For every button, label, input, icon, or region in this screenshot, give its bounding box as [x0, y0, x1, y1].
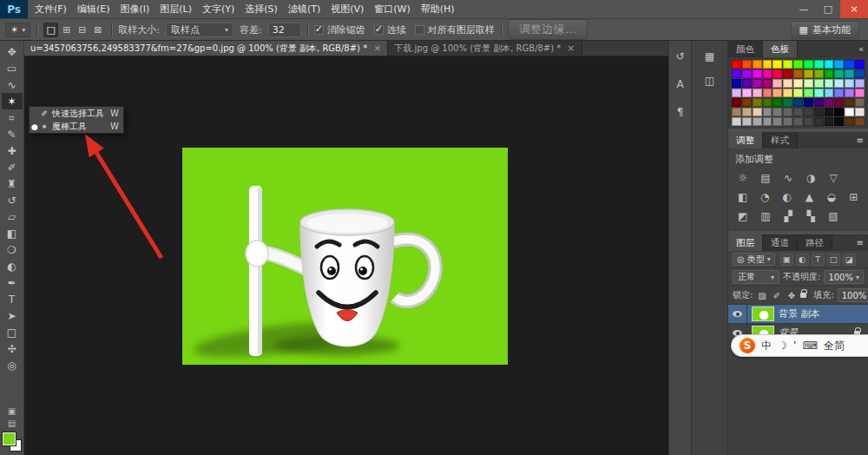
color-swatch[interactable]: [814, 60, 824, 69]
color-swatch[interactable]: [793, 98, 803, 107]
paragraph-panel-icon[interactable]: ¶: [672, 105, 689, 119]
color-swatch[interactable]: [825, 89, 834, 97]
color-swatch[interactable]: [753, 108, 762, 116]
layer-thumbnail[interactable]: [752, 307, 774, 321]
color-swatch[interactable]: [793, 60, 803, 69]
posterize-icon[interactable]: ▥: [758, 210, 773, 222]
screen-mode-icon[interactable]: ▤: [2, 417, 23, 429]
color-swatch[interactable]: [845, 60, 854, 69]
fill-value[interactable]: 100% ▾: [838, 288, 868, 302]
restore-button[interactable]: □: [816, 0, 840, 18]
color-swatch[interactable]: [804, 108, 813, 116]
color-swatch[interactable]: [834, 89, 844, 97]
canvas-area[interactable]: ● ✐ 快速选择工具 W ● ✶ 魔棒工具 W: [24, 56, 668, 455]
invert-icon[interactable]: ◩: [735, 210, 751, 222]
color-swatch[interactable]: [773, 79, 782, 88]
color-swatch[interactable]: [773, 69, 782, 78]
color-swatch[interactable]: [834, 69, 844, 78]
color-swatch[interactable]: [855, 117, 865, 126]
color-swatch[interactable]: [742, 108, 752, 116]
color-swatch[interactable]: [855, 60, 865, 69]
color-swatch[interactable]: [855, 79, 865, 88]
color-swatch[interactable]: [763, 60, 773, 69]
options-checkbox[interactable]: ✓ 连续: [374, 23, 406, 36]
color-swatch[interactable]: [773, 108, 782, 116]
panel-tab[interactable]: 色板: [763, 41, 798, 57]
menu-item[interactable]: 文件(F): [30, 0, 72, 18]
workspace-switcher-button[interactable]: ▦ 基本功能: [791, 21, 859, 39]
tool-preset-picker[interactable]: ✶ ▾: [5, 23, 30, 37]
color-swatch[interactable]: [845, 108, 854, 116]
color-swatch[interactable]: [763, 89, 773, 97]
exposure-icon[interactable]: ◑: [803, 172, 819, 184]
panel-tab[interactable]: 通道: [763, 234, 798, 251]
black-white-icon[interactable]: ◐: [779, 191, 795, 203]
clone-stamp-tool[interactable]: ♜: [2, 175, 23, 192]
layer-visibility-toggle[interactable]: [733, 311, 742, 317]
moon-icon[interactable]: ☽: [778, 340, 787, 352]
color-lookup-icon[interactable]: ⊞: [846, 191, 862, 203]
color-swatch[interactable]: [834, 117, 844, 126]
blend-mode-dropdown[interactable]: 正常 ▾: [733, 270, 779, 284]
collapse-panels-icon[interactable]: «: [854, 41, 868, 57]
color-swatch[interactable]: [773, 98, 782, 107]
color-swatch[interactable]: [845, 89, 854, 97]
sogou-logo[interactable]: S: [740, 338, 755, 353]
options-checkbox[interactable]: ✓ 对所有图层取样: [415, 23, 495, 36]
color-swatch[interactable]: [825, 98, 834, 107]
document-tab[interactable]: u=3457063756,249583377&fm=27&gp=0.jpg @ …: [24, 41, 388, 56]
menu-item[interactable]: 文字(Y): [197, 0, 240, 18]
levels-icon[interactable]: ▤: [758, 172, 773, 184]
fullwidth-simplified-label[interactable]: 全简: [824, 339, 845, 353]
keyboard-icon[interactable]: ⌨: [803, 340, 818, 352]
healing-brush-tool[interactable]: ✚: [2, 142, 23, 159]
intersect-selection-icon[interactable]: ⊠: [90, 23, 105, 37]
type-tool[interactable]: T: [2, 291, 23, 307]
brush-tool[interactable]: ✐: [2, 159, 23, 175]
vibrance-icon[interactable]: ▽: [825, 172, 841, 184]
menu-item[interactable]: 视图(V): [326, 0, 369, 18]
color-swatch[interactable]: [732, 117, 741, 126]
sample-size-dropdown[interactable]: 取样点 ▾: [166, 23, 233, 37]
menu-item[interactable]: 图层(L): [155, 0, 197, 18]
color-swatch[interactable]: [845, 98, 854, 107]
shape-tool[interactable]: □: [2, 324, 23, 340]
color-swatch[interactable]: [783, 89, 792, 97]
hue-saturation-icon[interactable]: ◧: [735, 191, 751, 203]
color-swatch[interactable]: [825, 79, 834, 88]
layer-name[interactable]: 背景 副本: [779, 307, 850, 320]
color-swatch[interactable]: [793, 117, 803, 126]
flyout-menu-item[interactable]: ● ✶ 魔棒工具 W: [30, 120, 123, 133]
color-swatch[interactable]: [814, 79, 824, 88]
color-swatch[interactable]: [742, 60, 752, 69]
color-swatch[interactable]: [773, 60, 782, 69]
color-swatch[interactable]: [804, 79, 813, 88]
color-swatch[interactable]: [783, 69, 792, 78]
color-swatch[interactable]: [773, 89, 782, 97]
color-swatch[interactable]: [814, 108, 824, 116]
new-selection-icon[interactable]: □: [43, 23, 58, 37]
color-swatch[interactable]: [804, 69, 813, 78]
color-swatch[interactable]: [732, 108, 741, 116]
color-swatch[interactable]: [742, 79, 752, 88]
history-panel-icon[interactable]: ↺: [672, 49, 689, 63]
menu-item[interactable]: 帮助(H): [416, 0, 460, 18]
lasso-tool[interactable]: ∿: [2, 76, 23, 93]
color-swatch[interactable]: [855, 69, 865, 78]
color-balance-icon[interactable]: ◔: [758, 191, 773, 203]
color-swatch[interactable]: [804, 98, 813, 107]
color-swatch[interactable]: [742, 98, 752, 107]
gradient-tool[interactable]: ◧: [2, 225, 23, 241]
color-swatch[interactable]: [753, 79, 762, 88]
menu-item[interactable]: 编辑(E): [72, 0, 115, 18]
color-swatch[interactable]: [793, 79, 803, 88]
color-swatch[interactable]: [763, 117, 773, 126]
lock-position-icon[interactable]: ✥: [786, 290, 797, 301]
color-swatch[interactable]: [783, 98, 792, 107]
dodge-tool[interactable]: ◐: [2, 258, 23, 274]
threshold-icon[interactable]: ▞: [780, 210, 796, 222]
document-image[interactable]: [182, 148, 508, 365]
color-swatch[interactable]: [742, 89, 752, 97]
color-swatch[interactable]: [732, 60, 741, 69]
color-swatch[interactable]: [793, 108, 803, 116]
